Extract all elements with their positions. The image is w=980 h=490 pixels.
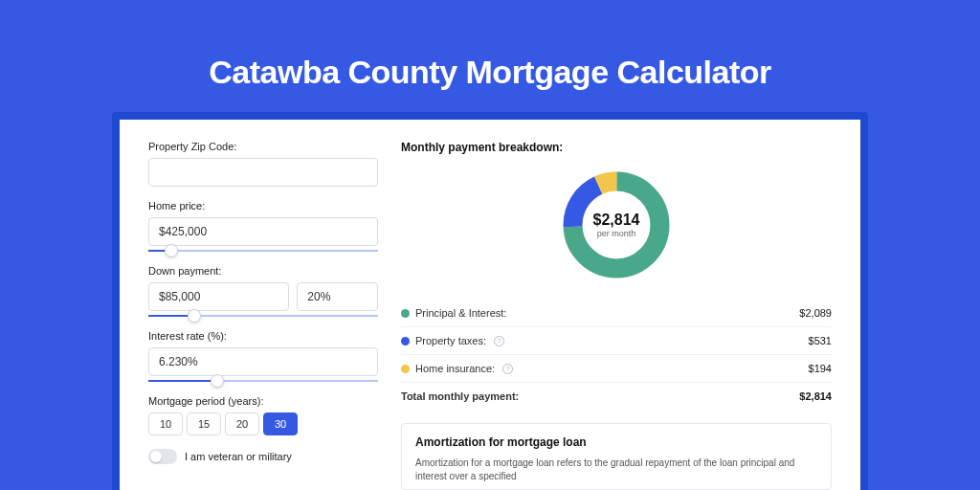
veteran-toggle[interactable]: [148, 449, 177, 464]
amortization-body: Amortization for a mortgage loan refers …: [415, 457, 817, 483]
zip-field-block: Property Zip Code:: [148, 141, 378, 187]
breakdown-title: Monthly payment breakdown:: [401, 141, 832, 154]
interest-slider[interactable]: [148, 380, 378, 382]
home-price-slider[interactable]: [148, 250, 378, 252]
veteran-toggle-row: I am veteran or military: [148, 449, 378, 464]
line-item-value: $531: [809, 335, 832, 346]
period-button-10[interactable]: 10: [148, 412, 183, 435]
line-item-left: Home insurance:?: [401, 363, 513, 374]
page-background: Catawba County Mortgage Calculator Prope…: [0, 0, 980, 490]
interest-label: Interest rate (%):: [148, 330, 378, 342]
donut-sub: per month: [597, 229, 636, 238]
period-button-15[interactable]: 15: [187, 412, 221, 435]
total-row: Total monthly payment: $2,814: [401, 382, 832, 410]
home-price-slider-thumb[interactable]: [165, 244, 178, 257]
amortization-title: Amortization for mortgage loan: [415, 435, 817, 449]
period-button-20[interactable]: 20: [225, 412, 259, 435]
total-value: $2,814: [799, 390, 832, 402]
down-payment-slider-thumb[interactable]: [188, 309, 201, 323]
interest-block: Interest rate (%):: [148, 330, 378, 382]
card-shell: Property Zip Code: Home price: Down paym…: [112, 112, 868, 490]
donut-center: $2,814 per month: [559, 167, 674, 282]
breakdown-line-item: Home insurance:?$194: [401, 354, 832, 382]
line-item-left: Property taxes:?: [401, 335, 504, 346]
down-payment-percent-input[interactable]: [297, 282, 378, 311]
zip-label: Property Zip Code:: [148, 141, 378, 152]
period-label: Mortgage period (years):: [148, 395, 378, 407]
interest-input[interactable]: [148, 347, 378, 376]
help-icon[interactable]: ?: [502, 364, 513, 374]
donut-chart: $2,814 per month: [559, 167, 674, 282]
breakdown-line-item: Principal & Interest:$2,089: [401, 300, 832, 326]
line-item-value: $194: [809, 363, 832, 374]
period-button-30[interactable]: 30: [263, 412, 298, 435]
line-item-label: Property taxes:: [415, 335, 486, 346]
line-item-label: Principal & Interest:: [415, 307, 506, 319]
donut-amount: $2,814: [593, 212, 640, 229]
veteran-toggle-label: I am veteran or military: [185, 451, 292, 462]
home-price-input[interactable]: [148, 217, 378, 246]
legend-dot: [401, 365, 410, 373]
calculator-card: Property Zip Code: Home price: Down paym…: [120, 120, 860, 490]
period-button-row: 10152030: [148, 412, 378, 435]
total-label: Total monthly payment:: [401, 390, 519, 402]
period-block: Mortgage period (years): 10152030: [148, 395, 378, 435]
home-price-label: Home price:: [148, 200, 378, 212]
interest-slider-thumb[interactable]: [211, 374, 224, 388]
down-payment-label: Down payment:: [148, 265, 378, 277]
legend-dot: [401, 309, 410, 318]
breakdown-line-item: Property taxes:?$531: [401, 326, 832, 354]
line-item-left: Principal & Interest:: [401, 307, 506, 319]
down-payment-block: Down payment:: [148, 265, 378, 317]
down-payment-amount-input[interactable]: [148, 282, 289, 311]
legend-dot: [401, 337, 410, 345]
line-item-value: $2,089: [799, 307, 832, 319]
donut-chart-wrap: $2,814 per month: [401, 167, 832, 282]
zip-input[interactable]: [148, 158, 378, 187]
line-item-label: Home insurance:: [415, 363, 495, 374]
form-column: Property Zip Code: Home price: Down paym…: [148, 141, 378, 490]
home-price-block: Home price:: [148, 200, 378, 252]
interest-slider-fill: [148, 380, 217, 382]
page-title: Catawba County Mortgage Calculator: [0, 0, 980, 112]
amortization-card: Amortization for mortgage loan Amortizat…: [401, 423, 832, 490]
breakdown-column: Monthly payment breakdown: $2,814 per mo…: [401, 141, 832, 490]
down-payment-slider[interactable]: [148, 315, 378, 317]
help-icon[interactable]: ?: [494, 336, 504, 346]
veteran-toggle-knob: [150, 451, 162, 462]
